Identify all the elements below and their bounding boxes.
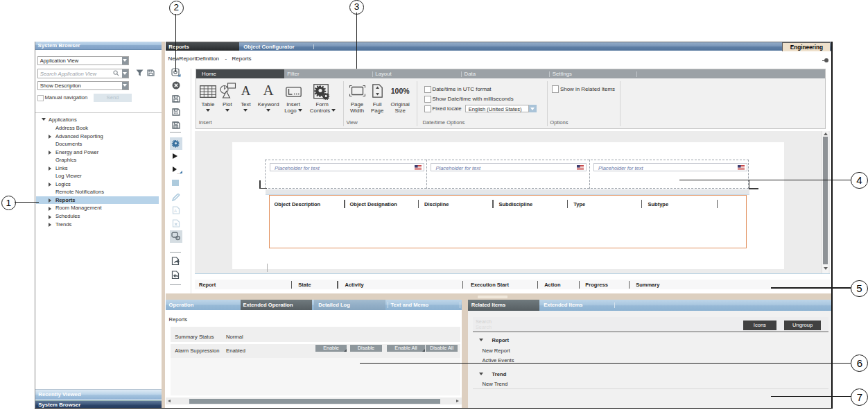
svg-text:A: A bbox=[174, 209, 177, 213]
